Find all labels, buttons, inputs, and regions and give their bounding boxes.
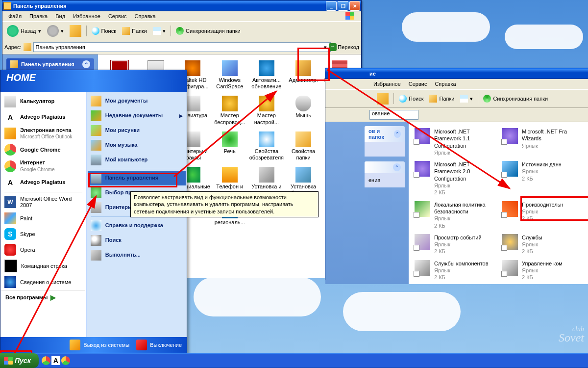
start-item-справка-и-поддержка[interactable]: Справка и поддержка [88, 218, 186, 233]
minimize-button[interactable]: _ [326, 1, 337, 11]
start-item-недавние-документы[interactable]: Недавние документы▶ [88, 108, 186, 123]
folders-icon [122, 27, 130, 35]
window-icon [3, 2, 11, 10]
admin-icon [502, 234, 518, 250]
start-item[interactable]: Электронная почтаMicrosoft Office Outloo… [1, 125, 85, 142]
cp-label: Речь [224, 148, 236, 155]
cp-label: Свойства папки [287, 148, 320, 161]
up-button[interactable] [67, 24, 84, 38]
start-item[interactable]: Командная строка [1, 258, 85, 274]
cp-icon [295, 167, 311, 183]
app-icon [4, 144, 16, 156]
admin-item[interactable]: Microsoft .NET Framework 1.1 Configurati… [414, 127, 495, 157]
go-button[interactable]: →Переход [329, 43, 359, 51]
maximize-button[interactable]: ❐ [338, 1, 348, 11]
search-button[interactable]: Поиск [89, 26, 119, 36]
menu-tools[interactable]: Сервис [104, 12, 131, 20]
views-button[interactable]: ▾ [150, 26, 168, 36]
collapse-icon[interactable]: ⌃ [82, 60, 90, 68]
admin-item[interactable]: Просмотр событийЯрлык2 КБ [414, 233, 495, 256]
start-item[interactable]: AAdvego Plagiatus [1, 175, 85, 190]
cp-item[interactable]: Свойства папки [286, 130, 321, 163]
cp-icon [222, 60, 238, 76]
forward-button[interactable]: ▾ [45, 24, 66, 38]
item-icon [91, 155, 101, 165]
app-icon: A [4, 111, 16, 123]
admin-icon [415, 161, 430, 177]
titlebar[interactable]: Панель управления _ ❐ ✕ [2, 0, 361, 11]
folders-button[interactable]: Папки [120, 26, 149, 36]
start-item-мой-компьютер[interactable]: Мой компьютер [88, 153, 186, 167]
sync-button[interactable]: Синхронизация папки [173, 26, 243, 36]
ql-chrome2[interactable] [61, 356, 70, 365]
menu-tools[interactable]: Сервис [405, 80, 431, 88]
admin-item[interactable]: Источники даннЯрлык2 КБ [501, 160, 583, 197]
start-button[interactable]: Пуск [0, 353, 39, 368]
start-item-мои-документы[interactable]: Мои документы [88, 94, 186, 108]
folders-button[interactable]: Папки [427, 93, 457, 104]
go-icon: → [329, 43, 337, 51]
start-item[interactable]: Opera [1, 242, 85, 258]
cp-item[interactable]: Свойства обозревателя [248, 130, 285, 163]
search-icon [399, 95, 407, 103]
start-item[interactable]: Google Chrome [1, 142, 85, 158]
search-button[interactable]: Поиск [396, 93, 426, 104]
logoff-button[interactable]: Выход из системы [70, 340, 129, 350]
admin-item[interactable]: Microsoft .NET Fra WizardsЯрлык [501, 127, 583, 157]
cp-item[interactable]: Администр. [286, 58, 321, 92]
all-programs[interactable]: Все программы▶ [1, 290, 85, 304]
cp-item[interactable]: Windows CardSpace [212, 58, 247, 92]
views-button[interactable]: ▾ [458, 93, 475, 104]
start-item[interactable]: Калькулятор [1, 94, 85, 109]
admin-item[interactable]: Управление комЯрлык2 КБ [501, 259, 583, 282]
menu-help[interactable]: Справка [431, 80, 460, 88]
menu-favorites[interactable]: Избранное [69, 12, 104, 20]
start-item-поиск[interactable]: Поиск [88, 233, 186, 248]
ql-chrome[interactable] [42, 356, 50, 365]
cp-item[interactable]: Мышь [286, 94, 321, 127]
admin-item[interactable]: СлужбыЯрлык2 КБ [501, 233, 583, 256]
start-item-выполнить...[interactable]: Выполнить... [88, 248, 186, 263]
menu-edit[interactable]: Правка [25, 12, 51, 20]
cp-item[interactable]: Речь [212, 130, 247, 163]
admin-item[interactable]: Microsoft .NET Framework 2.0 Configurati… [414, 160, 495, 197]
address-input[interactable] [33, 42, 331, 52]
start-item[interactable]: Paint [1, 210, 85, 226]
cp-label: Свойства обозревателя [249, 148, 284, 161]
start-item[interactable]: ИнтернетGoogle Chrome [1, 158, 85, 174]
menu-view[interactable]: Вид [51, 12, 69, 20]
sync-button[interactable]: Синхронизация папки [481, 93, 550, 104]
menu-favorites[interactable]: Избранное [369, 80, 405, 88]
start-item-мои-рисунки[interactable]: Мои рисунки [88, 123, 186, 138]
back-button[interactable]: Назад ▾ [4, 24, 44, 38]
start-item[interactable]: Сведения о системе [1, 274, 85, 290]
admin-item[interactable]: Службы компонентовЯрлык2 КБ [414, 259, 495, 282]
titlebar[interactable]: ие [325, 68, 588, 79]
start-item-моя-музыка[interactable]: Моя музыка [88, 138, 186, 153]
start-item-панель-управления[interactable]: Панель управления [88, 171, 186, 185]
start-item[interactable]: SSkype [1, 226, 85, 242]
menu-help[interactable]: Справка [131, 12, 160, 20]
ql-advego[interactable]: A [51, 356, 60, 365]
cp-label: Автомати... обновление [249, 77, 284, 90]
item-icon [91, 187, 101, 198]
cp-item[interactable]: Автомати... обновление [248, 58, 285, 92]
cp-item[interactable]: Мастер беспровод... [212, 94, 247, 127]
up-button[interactable] [374, 91, 391, 106]
close-button[interactable]: ✕ [349, 1, 360, 11]
start-item[interactable]: WMicrosoft Office Word 2007 [1, 194, 85, 210]
shutdown-button[interactable]: Выключение [136, 340, 182, 350]
admin-item[interactable]: Локальная политика безопасностиЯрлык2 КБ [414, 200, 495, 230]
menu-file[interactable]: Файл [4, 12, 25, 20]
admin-item[interactable]: ПроизводительнЯрлык2 КБ [501, 200, 583, 230]
cp-icon [185, 131, 200, 147]
tasks-header2[interactable]: ⌃ [365, 161, 405, 173]
item-icon [91, 202, 101, 213]
cp-label: Windows CardSpace [213, 77, 246, 90]
start-item[interactable]: AAdvego Plagiatus [1, 109, 85, 125]
cp-item[interactable]: Мастер настрой... [248, 94, 285, 127]
app-icon: A [4, 177, 16, 188]
tasks-header[interactable]: ов и папок⌃ [365, 126, 405, 142]
side-header[interactable]: Панель управления ⌃ [6, 58, 94, 70]
start-footer: Выход из системы Выключение [0, 337, 187, 353]
